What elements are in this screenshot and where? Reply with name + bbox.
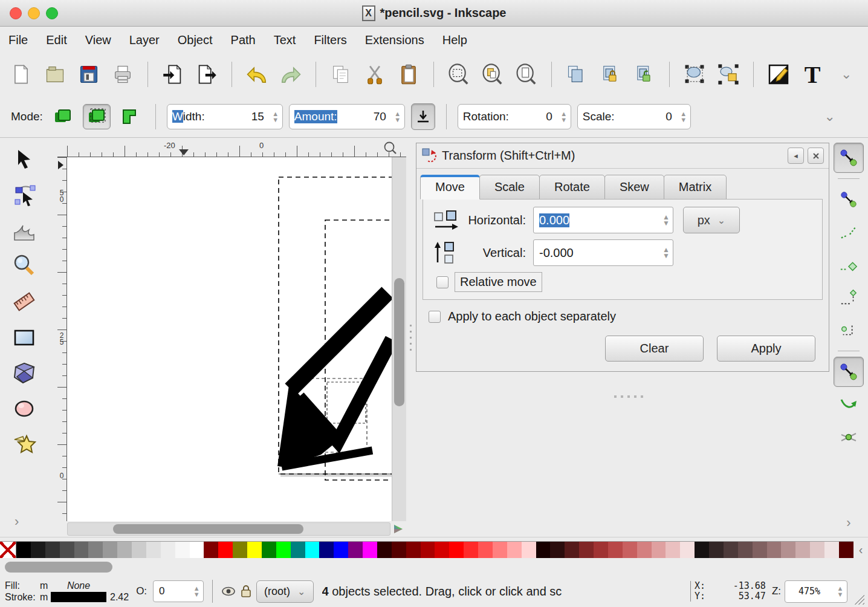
tweak-mode-scale-button[interactable] — [117, 104, 144, 129]
snap-bbox-centers-button[interactable] — [834, 315, 864, 345]
palette-swatch[interactable] — [478, 542, 493, 558]
palette-swatch[interactable] — [824, 542, 839, 558]
vertical-scrollbar-thumb[interactable] — [394, 278, 404, 406]
menu-object[interactable]: Object — [178, 33, 213, 47]
cut-button[interactable] — [361, 60, 389, 89]
scale-spin-arrows[interactable]: ▲▼ — [677, 105, 690, 129]
width-spinner[interactable]: Width: 15 ▲▼ — [167, 104, 283, 129]
snap-bbox-edges-button[interactable] — [834, 217, 864, 247]
palette-swatch[interactable] — [795, 542, 810, 558]
palette-swatch[interactable] — [839, 542, 853, 558]
opacity-spinner[interactable]: 0 ▲▼ — [153, 580, 204, 602]
transform-dialog-header[interactable]: Transform (Shift+Ctrl+M) ◂ — [416, 143, 829, 169]
width-value[interactable]: 15 — [236, 110, 264, 123]
dialog-detach-button[interactable]: ◂ — [788, 148, 804, 164]
print-button[interactable] — [109, 60, 137, 89]
palette-scrollbar[interactable] — [0, 562, 868, 573]
zoom-page-button[interactable] — [513, 60, 540, 89]
use-pressure-button[interactable] — [411, 103, 435, 130]
horizontal-scrollbar[interactable] — [67, 522, 390, 536]
palette-swatch[interactable] — [218, 542, 233, 558]
palette-swatch[interactable] — [392, 542, 406, 558]
close-window-button[interactable] — [10, 7, 22, 19]
palette-swatch[interactable] — [709, 542, 724, 558]
palette-swatch[interactable] — [449, 542, 464, 558]
group-button[interactable] — [681, 60, 708, 89]
tab-rotate[interactable]: Rotate — [539, 175, 605, 200]
horizontal-spin-arrows[interactable]: ▲▼ — [659, 207, 673, 233]
scale-value[interactable]: 0 — [650, 110, 672, 123]
stroke-color-swatch[interactable] — [51, 592, 106, 602]
rotation-spin-arrows[interactable]: ▲▼ — [557, 105, 571, 129]
star-tool-button[interactable] — [10, 430, 39, 458]
palette-swatch[interactable] — [666, 542, 680, 558]
box-3d-tool-button[interactable] — [10, 359, 39, 387]
palette-swatch[interactable] — [464, 542, 478, 558]
tab-matrix[interactable]: Matrix — [664, 175, 727, 200]
snap-enable-button[interactable] — [834, 143, 864, 173]
layer-visibility-icon[interactable] — [221, 584, 236, 599]
tab-scale[interactable]: Scale — [479, 175, 540, 200]
zoom-spinner[interactable]: 475% ▲▼ — [785, 580, 847, 603]
palette-swatch[interactable] — [579, 542, 594, 558]
undo-button[interactable] — [243, 60, 271, 89]
amount-spinner[interactable]: Amount: 70 ▲▼ — [289, 104, 405, 129]
ungroup-button[interactable] — [714, 60, 742, 89]
menu-filters[interactable]: Filters — [314, 33, 346, 47]
palette-swatch[interactable] — [435, 542, 449, 558]
snap-nodes-button[interactable] — [834, 357, 864, 387]
vertical-input[interactable]: -0.000 ▲▼ — [533, 239, 673, 266]
apply-each-label[interactable]: Apply to each object separately — [448, 310, 616, 323]
toolbox-overflow-button[interactable]: › — [15, 514, 19, 530]
palette-swatch[interactable] — [31, 542, 45, 558]
unlink-clone-button[interactable] — [630, 60, 658, 89]
horizontal-scrollbar-thumb[interactable] — [113, 524, 303, 534]
rectangle-tool-button[interactable] — [10, 323, 39, 351]
palette-swatch[interactable] — [348, 542, 363, 558]
vertical-spin-arrows[interactable]: ▲▼ — [659, 240, 673, 265]
clear-button[interactable]: Clear — [605, 336, 704, 362]
duplicate-button[interactable] — [563, 60, 591, 89]
zoom-window-button[interactable] — [46, 7, 58, 19]
palette-swatch[interactable] — [233, 542, 247, 558]
palette-swatch[interactable] — [132, 542, 146, 558]
canvas[interactable] — [67, 157, 392, 521]
layer-dropdown[interactable]: (root) ⌄ — [256, 580, 313, 603]
palette-swatch[interactable] — [247, 542, 262, 558]
zoom-spin-arrows[interactable]: ▲▼ — [834, 581, 847, 602]
text-dialog-button[interactable]: T — [798, 60, 826, 89]
layer-lock-icon[interactable] — [239, 584, 253, 599]
relative-move-checkbox[interactable] — [436, 276, 449, 288]
dialog-close-button[interactable] — [808, 148, 824, 164]
stroke-width-value[interactable]: 2.42 — [110, 592, 129, 603]
palette-swatch[interactable] — [608, 542, 623, 558]
snap-bbox-button[interactable] — [834, 184, 864, 215]
menu-file[interactable]: File — [8, 33, 28, 47]
tweak-tool-button[interactable] — [10, 216, 39, 244]
tab-move[interactable]: Move — [420, 175, 480, 200]
palette-swatch[interactable] — [146, 542, 161, 558]
opacity-spin-arrows[interactable]: ▲▼ — [190, 581, 203, 602]
amount-spin-arrows[interactable]: ▲▼ — [391, 105, 404, 129]
palette-swatch[interactable] — [117, 542, 132, 558]
zoom-tool-button[interactable] — [10, 252, 39, 280]
palette-swatch[interactable] — [161, 542, 175, 558]
fill-stroke-dialog-button[interactable] — [765, 60, 792, 89]
color-management-button[interactable] — [390, 522, 406, 536]
palette-swatch[interactable] — [175, 542, 190, 558]
palette-swatch[interactable] — [767, 542, 782, 558]
save-document-button[interactable] — [75, 60, 103, 89]
clone-button[interactable] — [597, 60, 624, 89]
tab-skew[interactable]: Skew — [604, 175, 664, 200]
palette-swatch[interactable] — [16, 542, 31, 558]
vertical-scrollbar[interactable] — [392, 157, 406, 521]
zoom-drawing-button[interactable] — [479, 60, 507, 89]
palette-swatch[interactable] — [536, 542, 551, 558]
new-document-button[interactable] — [7, 60, 35, 89]
minimize-window-button[interactable] — [28, 7, 40, 19]
palette-swatch[interactable] — [637, 542, 652, 558]
horizontal-input[interactable]: 0.000 ▲▼ — [533, 207, 673, 233]
menu-path[interactable]: Path — [231, 33, 256, 47]
window-resize-grip[interactable] — [852, 592, 864, 605]
palette-swatch[interactable] — [724, 542, 738, 558]
